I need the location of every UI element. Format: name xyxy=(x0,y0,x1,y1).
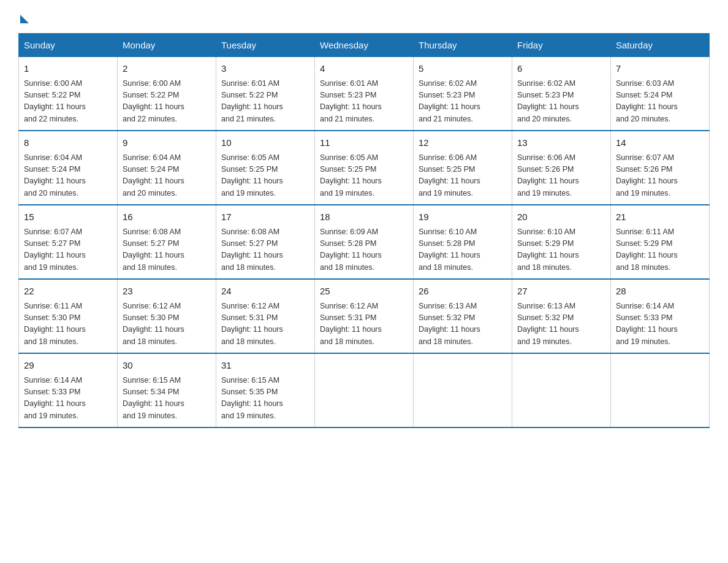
calendar-cell: 13Sunrise: 6:06 AM Sunset: 5:26 PM Dayli… xyxy=(512,131,611,205)
day-number: 31 xyxy=(221,359,309,373)
calendar-cell: 22Sunrise: 6:11 AM Sunset: 5:30 PM Dayli… xyxy=(19,279,118,353)
day-number: 3 xyxy=(221,62,309,76)
day-number: 1 xyxy=(24,62,112,76)
day-info: Sunrise: 6:13 AM Sunset: 5:32 PM Dayligh… xyxy=(419,301,507,348)
logo-arrow-icon xyxy=(20,15,29,23)
day-number: 13 xyxy=(517,136,605,150)
weekday-header-wednesday: Wednesday xyxy=(315,34,414,57)
day-info: Sunrise: 6:09 AM Sunset: 5:28 PM Dayligh… xyxy=(320,226,408,274)
calendar-week-row: 22Sunrise: 6:11 AM Sunset: 5:30 PM Dayli… xyxy=(19,279,710,353)
day-info: Sunrise: 6:04 AM Sunset: 5:24 PM Dayligh… xyxy=(24,152,112,200)
calendar-cell xyxy=(414,353,512,427)
weekday-header-friday: Friday xyxy=(512,34,611,57)
day-number: 23 xyxy=(123,285,211,299)
day-number: 5 xyxy=(419,62,507,76)
calendar-week-row: 15Sunrise: 6:07 AM Sunset: 5:27 PM Dayli… xyxy=(19,205,710,279)
calendar-week-row: 1Sunrise: 6:00 AM Sunset: 5:22 PM Daylig… xyxy=(19,57,710,131)
day-number: 18 xyxy=(320,210,408,224)
day-number: 26 xyxy=(419,285,507,299)
day-number: 25 xyxy=(320,285,408,299)
day-info: Sunrise: 6:00 AM Sunset: 5:22 PM Dayligh… xyxy=(123,78,211,126)
day-number: 17 xyxy=(221,210,309,224)
day-number: 7 xyxy=(616,62,704,76)
calendar-cell: 14Sunrise: 6:07 AM Sunset: 5:26 PM Dayli… xyxy=(611,131,710,205)
day-info: Sunrise: 6:07 AM Sunset: 5:27 PM Dayligh… xyxy=(24,226,112,274)
calendar-cell: 9Sunrise: 6:04 AM Sunset: 5:24 PM Daylig… xyxy=(118,131,216,205)
weekday-header-tuesday: Tuesday xyxy=(216,34,315,57)
day-info: Sunrise: 6:11 AM Sunset: 5:29 PM Dayligh… xyxy=(616,226,704,274)
day-number: 27 xyxy=(517,285,605,299)
day-info: Sunrise: 6:02 AM Sunset: 5:23 PM Dayligh… xyxy=(517,78,605,126)
day-number: 4 xyxy=(320,62,408,76)
logo xyxy=(18,12,29,21)
calendar-cell xyxy=(512,353,611,427)
weekday-header-thursday: Thursday xyxy=(414,34,512,57)
day-number: 8 xyxy=(24,136,112,150)
day-number: 24 xyxy=(221,285,309,299)
day-number: 10 xyxy=(221,136,309,150)
calendar-cell: 21Sunrise: 6:11 AM Sunset: 5:29 PM Dayli… xyxy=(611,205,710,279)
calendar-cell: 17Sunrise: 6:08 AM Sunset: 5:27 PM Dayli… xyxy=(216,205,315,279)
day-number: 19 xyxy=(419,210,507,224)
day-info: Sunrise: 6:13 AM Sunset: 5:32 PM Dayligh… xyxy=(517,301,605,348)
day-info: Sunrise: 6:04 AM Sunset: 5:24 PM Dayligh… xyxy=(123,152,211,200)
calendar-cell xyxy=(315,353,414,427)
calendar-cell: 12Sunrise: 6:06 AM Sunset: 5:25 PM Dayli… xyxy=(414,131,512,205)
calendar-cell: 4Sunrise: 6:01 AM Sunset: 5:23 PM Daylig… xyxy=(315,57,414,131)
day-number: 28 xyxy=(616,285,704,299)
calendar-cell: 18Sunrise: 6:09 AM Sunset: 5:28 PM Dayli… xyxy=(315,205,414,279)
day-number: 30 xyxy=(123,359,211,373)
weekday-header-row: SundayMondayTuesdayWednesdayThursdayFrid… xyxy=(19,34,710,57)
day-info: Sunrise: 6:10 AM Sunset: 5:28 PM Dayligh… xyxy=(419,226,507,274)
calendar-cell: 23Sunrise: 6:12 AM Sunset: 5:30 PM Dayli… xyxy=(118,279,216,353)
calendar-cell: 31Sunrise: 6:15 AM Sunset: 5:35 PM Dayli… xyxy=(216,353,315,427)
calendar-cell: 3Sunrise: 6:01 AM Sunset: 5:22 PM Daylig… xyxy=(216,57,315,131)
day-number: 20 xyxy=(517,210,605,224)
calendar-cell: 16Sunrise: 6:08 AM Sunset: 5:27 PM Dayli… xyxy=(118,205,216,279)
day-number: 22 xyxy=(24,285,112,299)
day-info: Sunrise: 6:05 AM Sunset: 5:25 PM Dayligh… xyxy=(221,152,309,200)
day-number: 2 xyxy=(123,62,211,76)
day-info: Sunrise: 6:15 AM Sunset: 5:34 PM Dayligh… xyxy=(123,375,211,423)
day-info: Sunrise: 6:01 AM Sunset: 5:22 PM Dayligh… xyxy=(221,78,309,126)
calendar-cell xyxy=(611,353,710,427)
day-info: Sunrise: 6:14 AM Sunset: 5:33 PM Dayligh… xyxy=(616,301,704,348)
day-number: 21 xyxy=(616,210,704,224)
calendar-body: 1Sunrise: 6:00 AM Sunset: 5:22 PM Daylig… xyxy=(19,57,710,428)
day-info: Sunrise: 6:06 AM Sunset: 5:26 PM Dayligh… xyxy=(517,152,605,200)
day-info: Sunrise: 6:11 AM Sunset: 5:30 PM Dayligh… xyxy=(24,301,112,348)
day-info: Sunrise: 6:14 AM Sunset: 5:33 PM Dayligh… xyxy=(24,375,112,423)
weekday-header-monday: Monday xyxy=(118,34,216,57)
calendar-cell: 24Sunrise: 6:12 AM Sunset: 5:31 PM Dayli… xyxy=(216,279,315,353)
calendar-cell: 28Sunrise: 6:14 AM Sunset: 5:33 PM Dayli… xyxy=(611,279,710,353)
day-number: 16 xyxy=(123,210,211,224)
calendar-cell: 8Sunrise: 6:04 AM Sunset: 5:24 PM Daylig… xyxy=(19,131,118,205)
calendar-cell: 15Sunrise: 6:07 AM Sunset: 5:27 PM Dayli… xyxy=(19,205,118,279)
calendar-cell: 26Sunrise: 6:13 AM Sunset: 5:32 PM Dayli… xyxy=(414,279,512,353)
day-info: Sunrise: 6:08 AM Sunset: 5:27 PM Dayligh… xyxy=(221,226,309,274)
calendar-week-row: 29Sunrise: 6:14 AM Sunset: 5:33 PM Dayli… xyxy=(19,353,710,427)
calendar-cell: 29Sunrise: 6:14 AM Sunset: 5:33 PM Dayli… xyxy=(19,353,118,427)
calendar-week-row: 8Sunrise: 6:04 AM Sunset: 5:24 PM Daylig… xyxy=(19,131,710,205)
calendar-cell: 7Sunrise: 6:03 AM Sunset: 5:24 PM Daylig… xyxy=(611,57,710,131)
calendar-cell: 11Sunrise: 6:05 AM Sunset: 5:25 PM Dayli… xyxy=(315,131,414,205)
day-number: 15 xyxy=(24,210,112,224)
day-info: Sunrise: 6:02 AM Sunset: 5:23 PM Dayligh… xyxy=(419,78,507,126)
day-number: 11 xyxy=(320,136,408,150)
calendar-cell: 6Sunrise: 6:02 AM Sunset: 5:23 PM Daylig… xyxy=(512,57,611,131)
day-info: Sunrise: 6:12 AM Sunset: 5:31 PM Dayligh… xyxy=(320,301,408,348)
page-header xyxy=(18,12,710,21)
day-info: Sunrise: 6:05 AM Sunset: 5:25 PM Dayligh… xyxy=(320,152,408,200)
day-info: Sunrise: 6:10 AM Sunset: 5:29 PM Dayligh… xyxy=(517,226,605,274)
calendar-cell: 1Sunrise: 6:00 AM Sunset: 5:22 PM Daylig… xyxy=(19,57,118,131)
calendar-header: SundayMondayTuesdayWednesdayThursdayFrid… xyxy=(19,34,710,57)
calendar-cell: 27Sunrise: 6:13 AM Sunset: 5:32 PM Dayli… xyxy=(512,279,611,353)
day-info: Sunrise: 6:07 AM Sunset: 5:26 PM Dayligh… xyxy=(616,152,704,200)
day-number: 12 xyxy=(419,136,507,150)
day-number: 14 xyxy=(616,136,704,150)
day-number: 6 xyxy=(517,62,605,76)
calendar-cell: 2Sunrise: 6:00 AM Sunset: 5:22 PM Daylig… xyxy=(118,57,216,131)
day-number: 29 xyxy=(24,359,112,373)
day-info: Sunrise: 6:08 AM Sunset: 5:27 PM Dayligh… xyxy=(123,226,211,274)
day-info: Sunrise: 6:00 AM Sunset: 5:22 PM Dayligh… xyxy=(24,78,112,126)
